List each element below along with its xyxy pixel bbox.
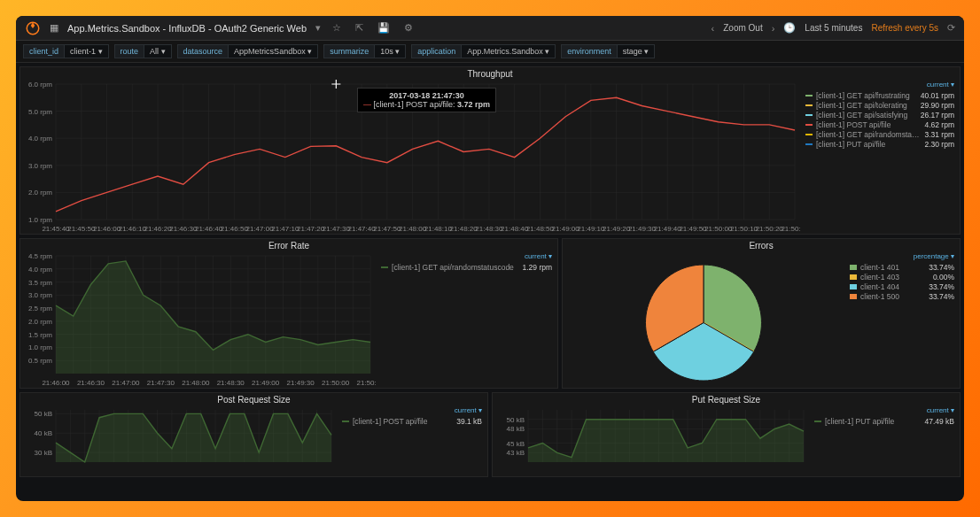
legend-name: [client-1] POST api/file — [353, 417, 453, 426]
legend-swatch — [805, 114, 813, 116]
var-value[interactable]: All ▾ — [144, 45, 171, 58]
svg-text:21:46:30: 21:46:30 — [169, 225, 198, 233]
legend-value: 33.74% — [929, 292, 954, 301]
save-icon[interactable]: 💾 — [375, 22, 393, 34]
dropdown-icon[interactable]: ▾ — [315, 22, 321, 34]
legend-item[interactable]: client-1 40433.74% — [850, 282, 954, 291]
svg-text:2.0 rpm: 2.0 rpm — [28, 189, 52, 197]
template-var-summarize[interactable]: summarize10s ▾ — [323, 44, 406, 58]
time-range-picker[interactable]: Last 5 minutes — [805, 23, 862, 33]
template-var-application[interactable]: applicationApp.Metrics.Sandbox ▾ — [411, 44, 556, 58]
template-var-client_id[interactable]: client_idclient-1 ▾ — [23, 44, 109, 58]
legend-name: client-1 401 — [860, 263, 925, 272]
legend-value: 3.31 rpm — [924, 130, 954, 139]
legend-header[interactable]: current ▾ — [381, 252, 552, 260]
svg-text:0.5 rpm: 0.5 rpm — [28, 357, 52, 365]
var-value[interactable]: AppMetricsSandbox ▾ — [228, 45, 317, 58]
svg-text:21:50:20: 21:50:20 — [756, 225, 784, 233]
legend-item[interactable]: [client-1] GET api/randomstatuscode3.31 … — [805, 129, 954, 139]
share-icon[interactable]: ⇱ — [353, 22, 366, 34]
throughput-chart[interactable]: 2017-03-18 21:47:30 — [client-1] POST ap… — [20, 79, 800, 234]
var-value[interactable]: client-1 ▾ — [64, 45, 108, 58]
svg-text:21:47:40: 21:47:40 — [348, 225, 377, 233]
var-label: environment — [562, 45, 617, 58]
legend-header[interactable]: current ▾ — [342, 406, 482, 414]
refresh-interval[interactable]: Refresh every 5s — [871, 23, 938, 33]
svg-text:50 kB: 50 kB — [507, 416, 525, 424]
legend-swatch — [805, 124, 813, 126]
grafana-logo-icon[interactable] — [25, 20, 41, 36]
legend-name: [client-1] GET api/satisfying — [816, 111, 917, 120]
dashboard-icon[interactable]: ▦ — [50, 22, 58, 34]
svg-text:21:47:00: 21:47:00 — [112, 379, 140, 387]
put-size-chart[interactable]: 43 kB45 kB48 kB50 kB — [493, 405, 809, 476]
dashboard-content: Throughput 2017-03-18 21:47:30 — [client… — [16, 63, 964, 501]
post-size-chart[interactable]: 30 kB40 kB50 kB — [20, 405, 337, 476]
legend-item[interactable]: [client-1] PUT api/file47.49 kB — [814, 416, 954, 426]
svg-text:40 kB: 40 kB — [35, 429, 52, 437]
var-value[interactable]: stage ▾ — [617, 45, 655, 58]
legend-swatch — [850, 294, 857, 299]
legend-header[interactable]: current ▾ — [814, 406, 954, 414]
errors-panel: Errors percentage ▾ client-1 40133.74%cl… — [562, 238, 961, 389]
legend-name: client-1 500 — [860, 292, 925, 301]
legend-item[interactable]: [client-1] POST api/file39.1 kB — [342, 416, 482, 426]
legend-item[interactable]: client-1 50033.74% — [850, 291, 954, 301]
template-var-datasource[interactable]: datasourceAppMetricsSandbox ▾ — [177, 44, 319, 58]
errors-pie-chart[interactable] — [563, 251, 844, 388]
legend-swatch — [850, 265, 857, 270]
legend-name: client-1 404 — [860, 282, 925, 291]
legend-header[interactable]: percentage ▾ — [850, 252, 954, 260]
legend-item[interactable]: [client-1] GET api/randomstatuscode1.29 … — [381, 262, 552, 272]
refresh-icon[interactable]: ⟳ — [947, 22, 955, 34]
svg-text:21:50:10: 21:50:10 — [730, 225, 758, 233]
legend-swatch — [850, 284, 857, 289]
legend-swatch — [814, 421, 821, 422]
throughput-legend: current ▾ [client-1] GET api/frustrating… — [800, 79, 960, 234]
panel-title: Put Request Size — [493, 393, 960, 405]
error-rate-chart[interactable]: 0.5 rpm1.0 rpm1.5 rpm2.0 rpm2.5 rpm3.0 r… — [20, 251, 376, 388]
var-value[interactable]: 10s ▾ — [374, 45, 405, 58]
svg-text:21:45:40: 21:45:40 — [42, 225, 70, 233]
throughput-panel: Throughput 2017-03-18 21:47:30 — [client… — [19, 66, 961, 235]
legend-item[interactable]: [client-1] GET api/satisfying26.17 rpm — [805, 110, 954, 120]
svg-text:4.0 rpm: 4.0 rpm — [28, 135, 52, 143]
legend-name: [client-1] POST api/file — [816, 120, 921, 129]
zoom-out-button[interactable]: Zoom Out — [723, 23, 762, 33]
zoom-next-icon[interactable]: › — [772, 23, 775, 34]
svg-text:21:49:00: 21:49:00 — [252, 379, 280, 387]
zoom-prev-icon[interactable]: ‹ — [712, 23, 715, 34]
legend-item[interactable]: client-1 40133.74% — [850, 262, 954, 272]
svg-text:21:47:20: 21:47:20 — [297, 225, 325, 233]
post-size-panel: Post Request Size 30 kB40 kB50 kB curren… — [19, 392, 488, 477]
svg-text:5.0 rpm: 5.0 rpm — [28, 108, 52, 116]
template-var-environment[interactable]: environmentstage ▾ — [561, 44, 655, 58]
legend-swatch — [381, 266, 388, 268]
svg-text:21:48:40: 21:48:40 — [501, 225, 529, 233]
svg-text:21:49:30: 21:49:30 — [287, 379, 315, 387]
settings-icon[interactable]: ⚙ — [401, 22, 416, 34]
dashboard-title[interactable]: App.Metrics.Sandbox - InfluxDB - OAuth2 … — [67, 23, 307, 34]
legend-item[interactable]: [client-1] PUT api/file2.30 rpm — [805, 139, 954, 149]
legend-item[interactable]: client-1 4030.00% — [850, 272, 954, 282]
svg-text:1.0 rpm: 1.0 rpm — [28, 216, 52, 224]
legend-header[interactable]: current ▾ — [805, 81, 954, 89]
svg-text:21:48:10: 21:48:10 — [424, 225, 453, 233]
legend-item[interactable]: [client-1] GET api/frustrating40.01 rpm — [805, 90, 954, 100]
legend-value: 2.30 rpm — [924, 140, 954, 149]
template-var-route[interactable]: routeAll ▾ — [114, 44, 172, 58]
legend-item[interactable]: [client-1] POST api/file4.62 rpm — [805, 120, 954, 129]
var-label: route — [115, 45, 144, 58]
var-value[interactable]: App.Metrics.Sandbox ▾ — [461, 45, 555, 58]
legend-item[interactable]: [client-1] GET api/tolerating29.90 rpm — [805, 100, 954, 110]
star-icon[interactable]: ☆ — [330, 22, 344, 34]
legend-swatch — [805, 95, 813, 96]
svg-text:21:48:20: 21:48:20 — [450, 225, 478, 233]
var-label: summarize — [324, 45, 374, 58]
panel-title: Error Rate — [20, 239, 557, 251]
svg-text:21:50:30: 21:50:30 — [781, 225, 800, 233]
legend-value: 40.01 rpm — [921, 91, 954, 100]
svg-text:6.0 rpm: 6.0 rpm — [28, 81, 52, 89]
template-vars-row: client_idclient-1 ▾routeAll ▾datasourceA… — [16, 41, 964, 63]
legend-swatch — [850, 274, 857, 280]
